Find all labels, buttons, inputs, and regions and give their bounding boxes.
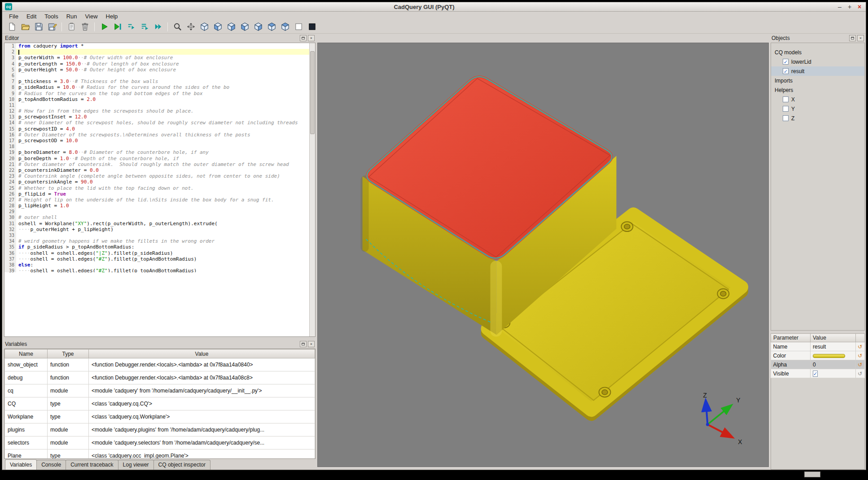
open-file-button[interactable] <box>18 21 32 33</box>
table-row[interactable]: debugfunction<function Debugger.render.<… <box>5 371 315 384</box>
parameter-value[interactable] <box>811 351 856 360</box>
menu-tools[interactable]: Tools <box>40 13 62 20</box>
checkbox-icon[interactable] <box>783 106 789 112</box>
view-iso-button[interactable] <box>197 21 211 33</box>
menu-edit[interactable]: Edit <box>22 13 40 20</box>
step-over-button[interactable] <box>138 21 151 33</box>
scrollbar-thumb[interactable] <box>310 51 315 134</box>
titlebar[interactable]: cq CadQuery GUI (PyQT) – + × <box>2 2 866 12</box>
menu-run[interactable]: Run <box>62 13 81 20</box>
table-row[interactable]: cqmodule<module 'cadquery' from '/home/a… <box>5 384 315 397</box>
zoom-fit-button[interactable] <box>171 21 184 33</box>
variables-close-button[interactable]: × <box>308 341 315 347</box>
objects-dock-header[interactable]: Objects × <box>771 34 865 43</box>
reset-icon[interactable]: ↺ <box>858 352 862 360</box>
table-row[interactable]: selectorsmodule<module 'cadquery.selecto… <box>5 436 315 449</box>
view-right-button[interactable] <box>251 21 265 33</box>
parameter-value[interactable]: ✓ <box>811 369 856 378</box>
view-bottom-button[interactable] <box>278 21 292 33</box>
table-row[interactable]: CQtype<class 'cadquery.cq.CQ'> <box>5 397 315 410</box>
3d-viewport[interactable]: Z Y X <box>317 43 769 467</box>
save-as-button[interactable] <box>45 21 59 33</box>
view-front-button[interactable] <box>211 21 224 33</box>
parameter-row-color[interactable]: Color↺ <box>771 351 865 360</box>
tree-group-cq-models[interactable]: CQ models <box>771 48 864 57</box>
table-row[interactable]: Workplanetype<class 'cadquery.cq.Workpla… <box>5 410 315 423</box>
editor-vertical-scrollbar[interactable] <box>309 43 315 336</box>
step-into-button[interactable] <box>124 21 138 33</box>
parameter-name: Alpha <box>771 360 811 369</box>
tab-log-viewer[interactable]: Log viewer <box>118 460 154 470</box>
variables-float-button[interactable] <box>300 341 307 347</box>
minimize-button[interactable]: – <box>836 3 843 10</box>
menu-file[interactable]: File <box>5 13 22 20</box>
table-cell: module <box>48 436 89 449</box>
variables-dock-header[interactable]: Variables × <box>4 340 316 349</box>
checkbox-icon[interactable] <box>783 115 789 121</box>
tree-item-result[interactable]: ✓result <box>771 66 864 76</box>
clear-button[interactable] <box>65 21 78 33</box>
parameter-row-alpha[interactable]: Alpha0↺ <box>771 360 865 369</box>
reset-icon[interactable]: ↺ <box>858 370 862 378</box>
color-swatch[interactable] <box>813 354 845 358</box>
parameters-empty-area <box>771 378 865 470</box>
code-editor[interactable]: 1from cadquery import *23p_outerWidth = … <box>4 43 316 337</box>
run-fast-button[interactable] <box>151 21 165 33</box>
save-button[interactable] <box>32 21 45 33</box>
shaded-mode-button[interactable] <box>305 21 319 33</box>
code-line: 27# Height of lip on the underside of th… <box>4 197 315 203</box>
parameter-row-visible[interactable]: Visible✓↺ <box>771 369 865 378</box>
debug-button[interactable] <box>111 21 124 33</box>
parameters-column-header: Parameter <box>771 334 811 342</box>
menu-view[interactable]: View <box>81 13 102 20</box>
tab-console[interactable]: Console <box>36 460 66 470</box>
table-row[interactable]: pluginsmodule<module 'cadquery.plugins' … <box>5 423 315 436</box>
tab-cq-object-inspector[interactable]: CQ object inspector <box>153 460 210 470</box>
tree-group-helpers[interactable]: Helpers <box>771 85 864 95</box>
run-button[interactable] <box>97 21 111 33</box>
editor-float-button[interactable] <box>300 35 307 41</box>
visible-checkbox[interactable]: ✓ <box>813 371 818 377</box>
variables-column-header[interactable]: Name <box>5 349 48 358</box>
reset-icon[interactable]: ↺ <box>858 361 862 369</box>
fit-view-icon <box>186 22 196 31</box>
line-number: 21 <box>4 161 16 167</box>
parameter-reset-cell: ↺ <box>856 369 865 378</box>
tree-item-lowerlid[interactable]: ✓lowerLid <box>771 57 864 66</box>
editor-dock-title: Editor <box>5 35 298 41</box>
table-row[interactable]: Planetype<class 'cadquery.occ_impl.geom.… <box>5 449 315 459</box>
code-line: 38else: <box>4 262 315 268</box>
checkbox-icon[interactable] <box>783 96 789 102</box>
objects-tree[interactable]: CQ models✓lowerLid✓resultImportsHelpersX… <box>771 43 865 331</box>
new-file-button[interactable] <box>5 21 18 33</box>
variables-table[interactable]: NameTypeValue show_objectfunction<functi… <box>4 349 316 459</box>
parameter-row-name[interactable]: Nameresult↺ <box>771 342 865 351</box>
table-row[interactable]: show_objectfunction<function Debugger.re… <box>5 358 315 371</box>
tree-item-x[interactable]: X <box>771 95 864 104</box>
close-button[interactable]: × <box>856 3 863 10</box>
view-back-button[interactable] <box>224 21 238 33</box>
objects-float-button[interactable] <box>849 35 856 41</box>
menu-help[interactable]: Help <box>102 13 122 20</box>
tree-item-y[interactable]: Y <box>771 104 864 113</box>
fit-view-button[interactable] <box>184 21 197 33</box>
line-text <box>16 73 315 79</box>
reset-icon[interactable]: ↺ <box>858 343 862 351</box>
trash-button[interactable] <box>78 21 92 33</box>
maximize-button[interactable]: + <box>846 3 853 10</box>
tree-item-z[interactable]: Z <box>771 113 864 123</box>
view-left-button[interactable] <box>238 21 251 33</box>
objects-close-button[interactable]: × <box>857 35 864 41</box>
view-top-button[interactable] <box>265 21 278 33</box>
editor-close-button[interactable]: × <box>308 35 315 41</box>
tree-group-imports[interactable]: Imports <box>771 76 864 85</box>
variables-column-header[interactable]: Type <box>48 349 89 358</box>
editor-dock-header[interactable]: Editor × <box>4 34 316 43</box>
wireframe-mode-button[interactable] <box>292 21 305 33</box>
tab-variables[interactable]: Variables <box>5 459 37 470</box>
variables-column-header[interactable]: Value <box>89 349 315 358</box>
checkbox-icon[interactable]: ✓ <box>783 68 789 74</box>
taskbar-item[interactable] <box>804 471 820 477</box>
checkbox-icon[interactable]: ✓ <box>783 59 789 65</box>
tab-current-traceback[interactable]: Current traceback <box>66 460 118 470</box>
